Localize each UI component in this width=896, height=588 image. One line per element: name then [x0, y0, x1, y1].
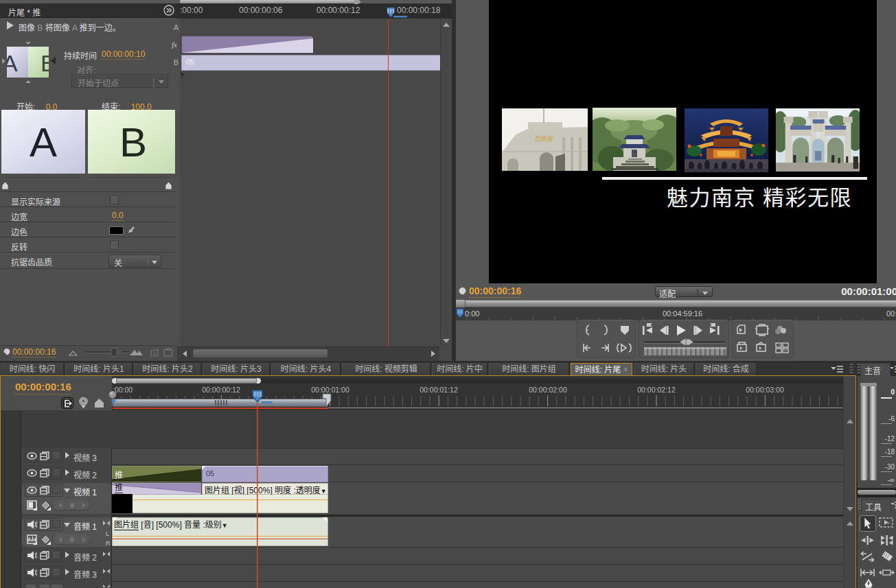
svg-text:00:00:02:00: 00:00:02:00 — [529, 386, 567, 394]
svg-text:总统府: 总统府 — [534, 134, 553, 143]
svg-text:00:00:02:12: 00:00:02:12 — [637, 386, 676, 394]
svg-text:00:00:01:12: 00:00:01:12 — [420, 386, 458, 394]
svg-text:00:00:00:12: 00:00:00:12 — [202, 386, 240, 394]
svg-text:00:00:03:00: 00:00:03:00 — [746, 386, 784, 394]
